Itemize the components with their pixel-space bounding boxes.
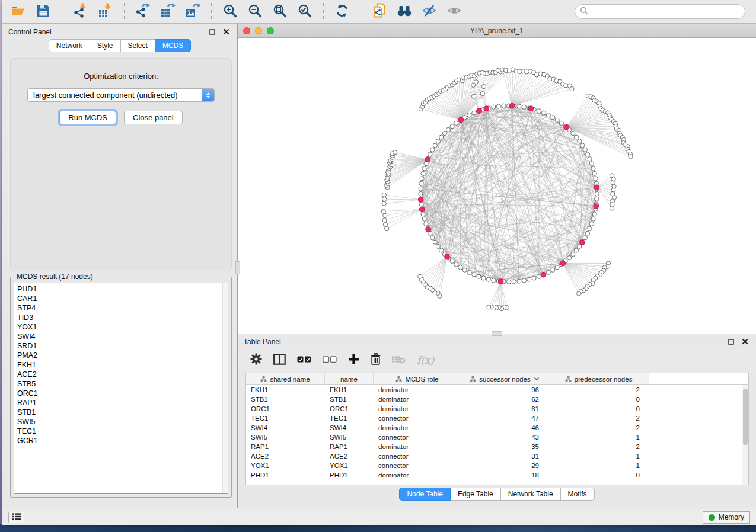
table-cell: dominator xyxy=(374,424,461,431)
zoom-fit-button[interactable] xyxy=(270,2,290,21)
mcds-result-item[interactable]: SRD1 xyxy=(14,341,228,351)
column-header-name[interactable]: name xyxy=(325,373,374,384)
toolbar-separator xyxy=(124,3,125,20)
task-history-button[interactable] xyxy=(8,512,24,523)
table-cell: 2 xyxy=(548,415,649,422)
table-row[interactable]: ORC1ORC1dominator610 xyxy=(246,404,748,414)
zoom-selected-icon xyxy=(298,4,312,20)
table-tab-motifs[interactable]: Motifs xyxy=(561,488,595,501)
tab-style[interactable]: Style xyxy=(90,39,121,52)
new-network-from-selection-button[interactable] xyxy=(369,2,390,21)
delete-column-button[interactable] xyxy=(371,353,381,367)
apply-layout-button[interactable] xyxy=(332,2,352,21)
table-cell: SWI4 xyxy=(325,424,374,431)
table-scrollbar-thumb[interactable] xyxy=(743,389,748,445)
mcds-result-item[interactable]: CAR1 xyxy=(14,294,228,303)
table-row[interactable]: FKH1FKH1dominator962 xyxy=(246,385,748,395)
zoom-out-button[interactable] xyxy=(245,2,265,21)
maximize-window-icon[interactable] xyxy=(267,27,274,34)
mcds-result-item[interactable]: FKH1 xyxy=(14,360,228,370)
zoom-selected-button[interactable] xyxy=(295,2,315,21)
table-panel-tabs: Node TableEdge TableNetwork TableMotifs xyxy=(238,485,756,503)
select-all-rows-button[interactable] xyxy=(297,355,311,366)
mcds-result-item[interactable]: SWI5 xyxy=(14,417,228,427)
table-row[interactable]: PHD1PHD1dominator180 xyxy=(246,470,748,480)
table-cell: connector xyxy=(374,453,461,460)
search-input[interactable] xyxy=(592,7,740,17)
find-button[interactable] xyxy=(394,2,414,21)
table-row[interactable]: SWI5SWI5connector431 xyxy=(246,432,748,442)
export-table-button[interactable] xyxy=(158,2,178,21)
mcds-result-item[interactable]: RAP1 xyxy=(14,398,228,408)
tab-select[interactable]: Select xyxy=(121,39,155,52)
deselect-all-rows-button[interactable] xyxy=(323,355,337,366)
save-session-button[interactable] xyxy=(33,2,53,21)
import-network-icon xyxy=(73,3,88,21)
mcds-result-item[interactable]: STB1 xyxy=(14,408,228,417)
minimize-window-icon[interactable] xyxy=(255,27,262,34)
run-mcds-button[interactable]: Run MCDS xyxy=(59,111,116,124)
delete-table-icon xyxy=(392,355,406,366)
table-cell: dominator xyxy=(374,405,461,412)
show-column-button[interactable] xyxy=(273,354,286,367)
table-row[interactable]: ACE2ACE2connector311 xyxy=(246,451,748,461)
save-icon xyxy=(36,4,50,20)
table-tab-edge-table[interactable]: Edge Table xyxy=(451,488,501,501)
network-canvas[interactable] xyxy=(238,38,756,334)
close-panel-action-button[interactable]: Close panel xyxy=(124,111,183,124)
mcds-result-item[interactable]: GCR1 xyxy=(14,436,228,446)
result-list-scrollbar[interactable] xyxy=(222,283,228,493)
float-table-panel-button[interactable] xyxy=(726,337,736,347)
table-settings-button[interactable] xyxy=(250,353,262,367)
column-header-successor-nodes[interactable]: successor nodes xyxy=(461,373,548,384)
mcds-result-item[interactable]: TEC1 xyxy=(14,427,228,436)
zoom-out-icon xyxy=(248,4,262,20)
table-scrollbar[interactable] xyxy=(742,385,748,485)
mcds-result-item[interactable]: PMA2 xyxy=(14,351,228,360)
import-network-button[interactable] xyxy=(71,2,91,21)
table-row[interactable]: TEC1TEC1connector472 xyxy=(246,414,748,423)
mcds-result-item[interactable]: STP4 xyxy=(14,303,228,313)
mcds-result-item[interactable]: PHD1 xyxy=(14,284,228,294)
export-image-button[interactable] xyxy=(183,2,203,21)
horizontal-splitter-handle[interactable] xyxy=(492,331,502,336)
table-tab-node-table[interactable]: Node Table xyxy=(399,488,451,501)
mcds-result-list[interactable]: PHD1CAR1STP4TID3YOX1SWI4SRD1PMA2FKH1ACE2… xyxy=(14,283,228,494)
hide-selected-button[interactable] xyxy=(419,2,439,21)
close-panel-button[interactable] xyxy=(221,27,231,37)
export-network-button[interactable] xyxy=(133,2,153,21)
search-box[interactable] xyxy=(575,4,745,19)
document-share-icon xyxy=(372,3,387,21)
mcds-result-item[interactable]: ACE2 xyxy=(14,370,228,379)
table-tab-network-table[interactable]: Network Table xyxy=(501,488,561,501)
column-header-mcds-role[interactable]: MCDS role xyxy=(374,373,461,384)
table-row[interactable]: YOX1YOX1connector291 xyxy=(246,461,748,470)
table-row[interactable]: STB1STB1dominator620 xyxy=(246,395,748,404)
memory-button[interactable]: Memory xyxy=(703,511,750,524)
mcds-result-item[interactable]: SWI4 xyxy=(14,332,228,341)
zoom-in-button[interactable] xyxy=(220,2,240,21)
column-header-shared-name[interactable]: shared name xyxy=(246,373,325,384)
optimization-criterion-select[interactable]: largest connected component (undirected) xyxy=(27,88,215,102)
mcds-result-item[interactable]: STB5 xyxy=(14,379,228,389)
export-image-icon xyxy=(185,3,200,21)
mcds-result-item[interactable]: YOX1 xyxy=(14,322,228,332)
vertical-splitter-handle[interactable] xyxy=(235,261,240,274)
show-all-button[interactable] xyxy=(444,2,464,21)
tab-network[interactable]: Network xyxy=(49,39,90,52)
table-row[interactable]: SWI4SWI4dominator462 xyxy=(246,423,748,432)
mcds-result-item[interactable]: ORC1 xyxy=(14,389,228,398)
import-table-button[interactable] xyxy=(95,2,116,21)
close-window-icon[interactable] xyxy=(243,27,250,34)
table-cell: 1 xyxy=(548,434,649,441)
float-panel-button[interactable] xyxy=(207,27,217,37)
table-row[interactable]: RAP1RAP1dominator352 xyxy=(246,442,748,451)
column-header-predecessor-nodes[interactable]: predecessor nodes xyxy=(548,373,649,384)
optimization-criterion-label: Optimization criterion: xyxy=(11,72,231,81)
close-table-panel-button[interactable] xyxy=(740,337,750,347)
create-column-button[interactable] xyxy=(348,354,359,367)
open-session-button[interactable] xyxy=(8,2,28,21)
refresh-icon xyxy=(335,4,349,20)
tab-mcds[interactable]: MCDS xyxy=(155,39,191,52)
mcds-result-item[interactable]: TID3 xyxy=(14,313,228,322)
